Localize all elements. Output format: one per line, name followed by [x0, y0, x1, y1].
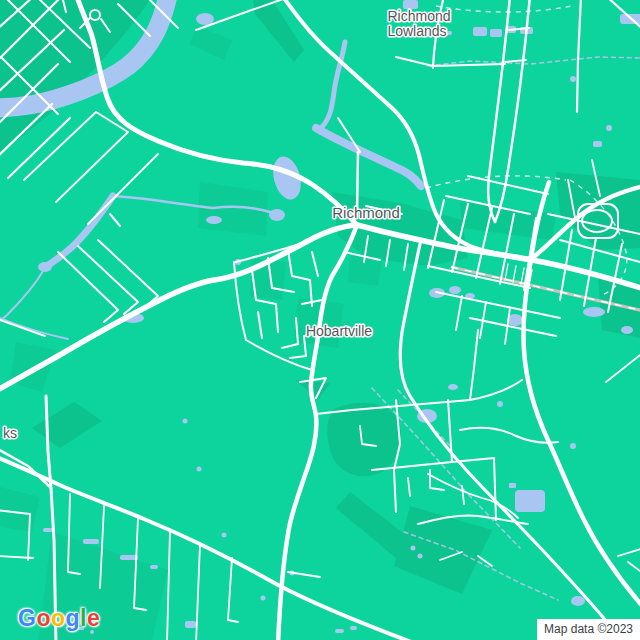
google-logo-letter: o: [36, 605, 51, 631]
label-richmond-lowlands-line2[interactable]: Lowlands: [387, 23, 446, 39]
google-logo-letter: e: [87, 605, 100, 631]
google-logo-letter: G: [18, 605, 36, 631]
label-hobartville[interactable]: Hobartville: [306, 323, 372, 339]
map-tiles: Richmond Lowlands Richmond Hobartville k…: [0, 0, 640, 640]
map-canvas[interactable]: Richmond Lowlands Richmond Hobartville k…: [0, 0, 640, 640]
google-logo-letter: g: [66, 605, 81, 631]
google-logo-letter: l: [80, 605, 87, 631]
label-richmond-lowlands-line1[interactable]: Richmond: [387, 8, 450, 24]
google-logo-letter: o: [51, 605, 66, 631]
label-richmond[interactable]: Richmond: [332, 204, 400, 221]
label-edge-partial[interactable]: ks: [3, 425, 17, 441]
google-logo[interactable]: Google: [18, 605, 100, 632]
map-attribution-text: Map data ©2023: [544, 622, 633, 636]
map-attribution: Map data ©2023: [537, 619, 640, 640]
